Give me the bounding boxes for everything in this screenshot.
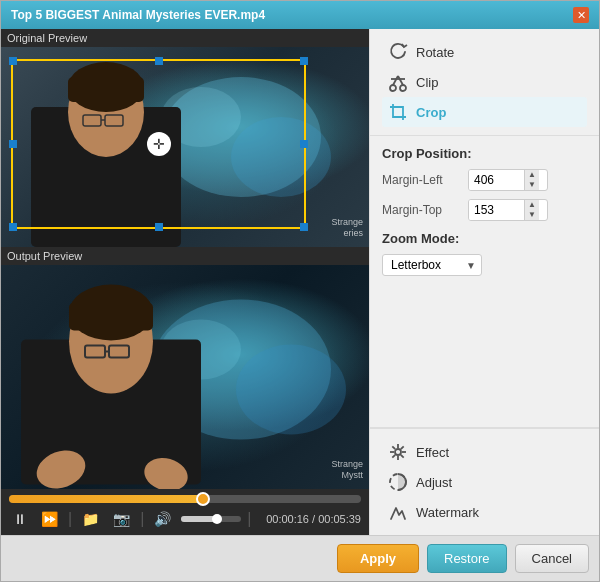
crop-label: Crop [416, 105, 446, 120]
watermark-icon [388, 502, 408, 522]
adjust-label: Adjust [416, 475, 452, 490]
svg-line-34 [401, 446, 404, 449]
tool-rotate[interactable]: Rotate [382, 37, 587, 67]
output-preview-label: Output Preview [1, 247, 369, 265]
output-preview: Strange Mystt [1, 265, 369, 489]
margin-left-up[interactable]: ▲ [525, 170, 539, 180]
zoom-section: Zoom Mode: Letterbox Pan&Scan Full ▼ [382, 231, 587, 276]
footer-buttons: Apply Restore Cancel [1, 535, 599, 581]
zoom-select[interactable]: Letterbox Pan&Scan Full [382, 254, 482, 276]
margin-left-label: Margin-Left [382, 173, 462, 187]
svg-point-23 [400, 85, 406, 91]
left-panel: Original Preview [1, 29, 369, 535]
svg-point-27 [395, 449, 401, 455]
svg-point-11 [236, 345, 346, 435]
svg-line-32 [392, 446, 395, 449]
crop-position-title: Crop Position: [382, 146, 587, 161]
tool-clip[interactable]: Clip [382, 67, 587, 97]
progress-fill [9, 495, 203, 503]
snapshot-button[interactable]: 📷 [109, 509, 134, 529]
close-button[interactable]: ✕ [573, 7, 589, 23]
adjust-icon [388, 472, 408, 492]
progress-thumb[interactable] [196, 492, 210, 506]
margin-top-value[interactable] [469, 200, 524, 220]
restore-button[interactable]: Restore [427, 544, 507, 573]
crop-handle-br[interactable] [300, 223, 308, 231]
play-pause-button[interactable]: ⏸ [9, 509, 31, 529]
controls-row: ⏸ ⏩ | 📁 📷 | 🔊 | 00:00:16 / 00: [9, 509, 361, 529]
separator-2: | [140, 510, 144, 528]
zoom-mode-title: Zoom Mode: [382, 231, 587, 246]
crop-handle-bl[interactable] [9, 223, 17, 231]
move-icon[interactable]: ✛ [147, 132, 171, 156]
window-title: Top 5 BIGGEST Animal Mysteries EVER.mp4 [11, 8, 265, 22]
margin-left-input[interactable]: ▲ ▼ [468, 169, 548, 191]
crop-handle-bm[interactable] [155, 223, 163, 231]
crop-icon [388, 102, 408, 122]
main-area: Original Preview [1, 29, 599, 535]
app-window: Top 5 BIGGEST Animal Mysteries EVER.mp4 … [0, 0, 600, 582]
mute-button[interactable]: 🔊 [150, 509, 175, 529]
volume-thumb[interactable] [212, 514, 222, 524]
next-frame-button[interactable]: ⏩ [37, 509, 62, 529]
effect-icon [388, 442, 408, 462]
apply-button[interactable]: Apply [337, 544, 419, 573]
svg-line-35 [392, 455, 395, 458]
volume-slider[interactable] [181, 516, 241, 522]
tool-crop[interactable]: Crop [382, 97, 587, 127]
svg-point-22 [390, 85, 396, 91]
margin-left-row: Margin-Left ▲ ▼ [382, 169, 587, 191]
watermark-label: Watermark [416, 505, 479, 520]
effect-label: Effect [416, 445, 449, 460]
crop-handle-tl[interactable] [9, 57, 17, 65]
cancel-button[interactable]: Cancel [515, 544, 589, 573]
time-display: 00:00:16 / 00:05:39 [266, 513, 361, 525]
separator-1: | [68, 510, 72, 528]
crop-settings: Crop Position: Margin-Left ▲ ▼ Margin-To… [370, 136, 599, 428]
clip-icon [388, 72, 408, 92]
margin-left-down[interactable]: ▼ [525, 180, 539, 190]
open-button[interactable]: 📁 [78, 509, 103, 529]
preview-section: Original Preview [1, 29, 369, 489]
svg-line-33 [401, 455, 404, 458]
tool-watermark[interactable]: Watermark [382, 497, 587, 527]
crop-handle-ml[interactable] [9, 140, 17, 148]
tools-top: Rotate Clip [370, 29, 599, 136]
margin-top-row: Margin-Top ▲ ▼ [382, 199, 587, 221]
tool-effect[interactable]: Effect [382, 437, 587, 467]
margin-left-spinners: ▲ ▼ [524, 170, 539, 190]
original-preview: ✛ Strange eries [1, 47, 369, 247]
svg-line-25 [398, 76, 403, 85]
margin-top-spinners: ▲ ▼ [524, 200, 539, 220]
margin-left-value[interactable] [469, 170, 524, 190]
controls-bar: ⏸ ⏩ | 📁 📷 | 🔊 | 00:00:16 / 00: [1, 489, 369, 535]
progress-bar[interactable] [9, 495, 361, 503]
crop-handle-mr[interactable] [300, 140, 308, 148]
person-output-svg [1, 265, 369, 489]
clip-label: Clip [416, 75, 438, 90]
crop-box[interactable]: ✛ [11, 59, 306, 229]
margin-top-down[interactable]: ▼ [525, 210, 539, 220]
svg-line-24 [393, 76, 398, 85]
svg-rect-16 [69, 303, 153, 331]
title-bar: Top 5 BIGGEST Animal Mysteries EVER.mp4 … [1, 1, 599, 29]
margin-top-input[interactable]: ▲ ▼ [468, 199, 548, 221]
crop-handle-tr[interactable] [300, 57, 308, 65]
crop-handle-tm[interactable] [155, 57, 163, 65]
tools-bottom: Effect Adjust [370, 428, 599, 535]
tool-adjust[interactable]: Adjust [382, 467, 587, 497]
rotate-label: Rotate [416, 45, 454, 60]
rotate-icon [388, 42, 408, 62]
original-preview-label: Original Preview [1, 29, 369, 47]
separator-3: | [247, 510, 251, 528]
zoom-select-wrapper: Letterbox Pan&Scan Full ▼ [382, 254, 482, 276]
right-panel: Rotate Clip [369, 29, 599, 535]
margin-top-up[interactable]: ▲ [525, 200, 539, 210]
margin-top-label: Margin-Top [382, 203, 462, 217]
